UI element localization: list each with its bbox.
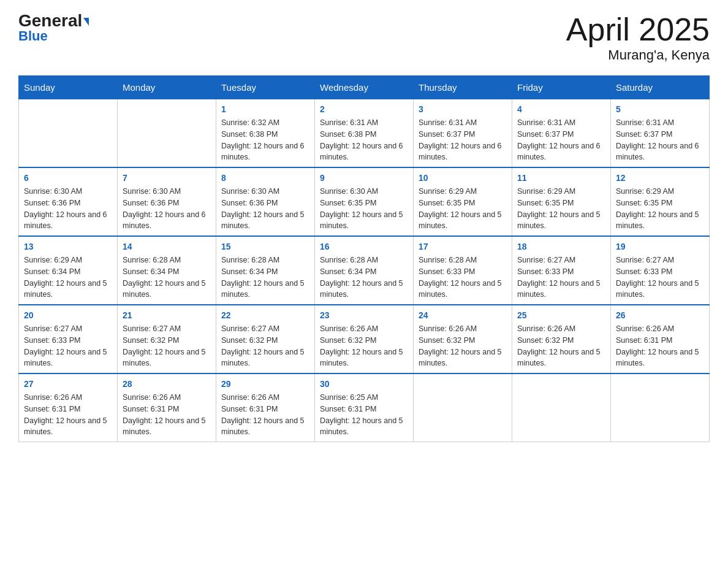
table-row: 2Sunrise: 6:31 AMSunset: 6:38 PMDaylight… xyxy=(315,99,414,168)
daylight-text: Daylight: 12 hours and 5 minutes. xyxy=(616,347,704,370)
daylight-text: Daylight: 12 hours and 5 minutes. xyxy=(320,209,408,232)
daylight-text: Daylight: 12 hours and 5 minutes. xyxy=(320,347,408,370)
sunset-text: Sunset: 6:34 PM xyxy=(221,266,309,278)
table-row: 1Sunrise: 6:32 AMSunset: 6:38 PMDaylight… xyxy=(216,99,315,168)
day-number: 30 xyxy=(320,378,408,391)
sunrise-text: Sunrise: 6:31 AM xyxy=(616,117,704,129)
daylight-text: Daylight: 12 hours and 5 minutes. xyxy=(24,415,112,439)
sunset-text: Sunset: 6:37 PM xyxy=(517,129,605,140)
table-row: 21Sunrise: 6:27 AMSunset: 6:32 PMDayligh… xyxy=(118,305,216,373)
sunset-text: Sunset: 6:31 PM xyxy=(320,404,408,415)
daylight-text: Daylight: 12 hours and 5 minutes. xyxy=(123,347,211,370)
daylight-text: Daylight: 12 hours and 5 minutes. xyxy=(221,278,309,301)
day-number: 13 xyxy=(24,240,112,253)
header-monday: Monday xyxy=(118,76,216,99)
table-row: 24Sunrise: 6:26 AMSunset: 6:32 PMDayligh… xyxy=(414,305,512,373)
sunset-text: Sunset: 6:34 PM xyxy=(24,266,112,278)
sunrise-text: Sunrise: 6:30 AM xyxy=(24,186,112,197)
day-number: 18 xyxy=(517,240,605,253)
sunset-text: Sunset: 6:35 PM xyxy=(419,197,507,209)
day-number: 10 xyxy=(419,172,507,185)
daylight-text: Daylight: 12 hours and 6 minutes. xyxy=(419,140,507,164)
table-row: 11Sunrise: 6:29 AMSunset: 6:35 PMDayligh… xyxy=(512,167,611,236)
daylight-text: Daylight: 12 hours and 5 minutes. xyxy=(419,209,507,232)
table-row: 18Sunrise: 6:27 AMSunset: 6:33 PMDayligh… xyxy=(512,236,611,305)
table-row: 20Sunrise: 6:27 AMSunset: 6:33 PMDayligh… xyxy=(19,305,118,373)
sunset-text: Sunset: 6:32 PM xyxy=(517,335,605,347)
table-row: 6Sunrise: 6:30 AMSunset: 6:36 PMDaylight… xyxy=(19,167,118,236)
daylight-text: Daylight: 12 hours and 6 minutes. xyxy=(24,209,112,232)
sunrise-text: Sunrise: 6:28 AM xyxy=(320,255,408,266)
sunrise-text: Sunrise: 6:26 AM xyxy=(123,392,211,404)
sunrise-text: Sunrise: 6:30 AM xyxy=(320,186,408,197)
daylight-text: Daylight: 12 hours and 5 minutes. xyxy=(24,347,112,370)
day-number: 11 xyxy=(517,172,605,185)
sunset-text: Sunset: 6:31 PM xyxy=(24,404,112,415)
day-number: 19 xyxy=(616,240,704,253)
daylight-text: Daylight: 12 hours and 5 minutes. xyxy=(517,278,605,301)
daylight-text: Daylight: 12 hours and 5 minutes. xyxy=(320,415,408,439)
sunset-text: Sunset: 6:32 PM xyxy=(419,335,507,347)
calendar-week-row: 6Sunrise: 6:30 AMSunset: 6:36 PMDaylight… xyxy=(19,167,710,236)
sunset-text: Sunset: 6:37 PM xyxy=(616,129,704,140)
sunrise-text: Sunrise: 6:30 AM xyxy=(221,186,309,197)
table-row: 28Sunrise: 6:26 AMSunset: 6:31 PMDayligh… xyxy=(118,373,216,442)
sunset-text: Sunset: 6:35 PM xyxy=(320,197,408,209)
sunset-text: Sunset: 6:34 PM xyxy=(320,266,408,278)
table-row: 3Sunrise: 6:31 AMSunset: 6:37 PMDaylight… xyxy=(414,99,512,168)
day-number: 25 xyxy=(517,309,605,322)
table-row xyxy=(414,373,512,442)
table-row: 19Sunrise: 6:27 AMSunset: 6:33 PMDayligh… xyxy=(611,236,710,305)
daylight-text: Daylight: 12 hours and 5 minutes. xyxy=(616,278,704,301)
sunrise-text: Sunrise: 6:27 AM xyxy=(616,255,704,266)
calendar-week-row: 13Sunrise: 6:29 AMSunset: 6:34 PMDayligh… xyxy=(19,236,710,305)
table-row: 8Sunrise: 6:30 AMSunset: 6:36 PMDaylight… xyxy=(216,167,315,236)
sunrise-text: Sunrise: 6:25 AM xyxy=(320,392,408,404)
daylight-text: Daylight: 12 hours and 5 minutes. xyxy=(123,415,211,439)
daylight-text: Daylight: 12 hours and 5 minutes. xyxy=(616,209,704,232)
sunrise-text: Sunrise: 6:28 AM xyxy=(419,255,507,266)
page-title: April 2025 xyxy=(566,12,710,47)
table-row: 7Sunrise: 6:30 AMSunset: 6:36 PMDaylight… xyxy=(118,167,216,236)
sunset-text: Sunset: 6:35 PM xyxy=(616,197,704,209)
sunset-text: Sunset: 6:36 PM xyxy=(221,197,309,209)
day-number: 2 xyxy=(320,103,408,116)
sunset-text: Sunset: 6:34 PM xyxy=(123,266,211,278)
day-number: 9 xyxy=(320,172,408,185)
sunrise-text: Sunrise: 6:30 AM xyxy=(123,186,211,197)
sunset-text: Sunset: 6:32 PM xyxy=(123,335,211,347)
day-number: 24 xyxy=(419,309,507,322)
sunset-text: Sunset: 6:33 PM xyxy=(24,335,112,347)
daylight-text: Daylight: 12 hours and 6 minutes. xyxy=(123,209,211,232)
page-subtitle: Murang'a, Kenya xyxy=(566,47,710,63)
logo-blue: Blue xyxy=(18,28,48,44)
sunrise-text: Sunrise: 6:27 AM xyxy=(123,323,211,335)
sunrise-text: Sunrise: 6:26 AM xyxy=(419,323,507,335)
daylight-text: Daylight: 12 hours and 5 minutes. xyxy=(517,347,605,370)
sunrise-text: Sunrise: 6:26 AM xyxy=(24,392,112,404)
table-row: 4Sunrise: 6:31 AMSunset: 6:37 PMDaylight… xyxy=(512,99,611,168)
sunset-text: Sunset: 6:31 PM xyxy=(616,335,704,347)
daylight-text: Daylight: 12 hours and 5 minutes. xyxy=(419,347,507,370)
calendar-table: Sunday Monday Tuesday Wednesday Thursday… xyxy=(18,75,710,442)
sunset-text: Sunset: 6:33 PM xyxy=(419,266,507,278)
daylight-text: Daylight: 12 hours and 5 minutes. xyxy=(123,278,211,301)
sunrise-text: Sunrise: 6:27 AM xyxy=(221,323,309,335)
table-row: 16Sunrise: 6:28 AMSunset: 6:34 PMDayligh… xyxy=(315,236,414,305)
day-number: 21 xyxy=(123,309,211,322)
sunset-text: Sunset: 6:32 PM xyxy=(320,335,408,347)
calendar-week-row: 27Sunrise: 6:26 AMSunset: 6:31 PMDayligh… xyxy=(19,373,710,442)
table-row xyxy=(611,373,710,442)
sunrise-text: Sunrise: 6:29 AM xyxy=(517,186,605,197)
calendar-week-row: 1Sunrise: 6:32 AMSunset: 6:38 PMDaylight… xyxy=(19,99,710,168)
sunset-text: Sunset: 6:37 PM xyxy=(419,129,507,140)
daylight-text: Daylight: 12 hours and 5 minutes. xyxy=(517,209,605,232)
sunrise-text: Sunrise: 6:26 AM xyxy=(517,323,605,335)
daylight-text: Daylight: 12 hours and 6 minutes. xyxy=(616,140,704,164)
sunrise-text: Sunrise: 6:31 AM xyxy=(517,117,605,129)
sunset-text: Sunset: 6:33 PM xyxy=(517,266,605,278)
sunset-text: Sunset: 6:36 PM xyxy=(123,197,211,209)
logo-text: General xyxy=(18,12,89,29)
sunset-text: Sunset: 6:31 PM xyxy=(221,404,309,415)
sunrise-text: Sunrise: 6:26 AM xyxy=(320,323,408,335)
